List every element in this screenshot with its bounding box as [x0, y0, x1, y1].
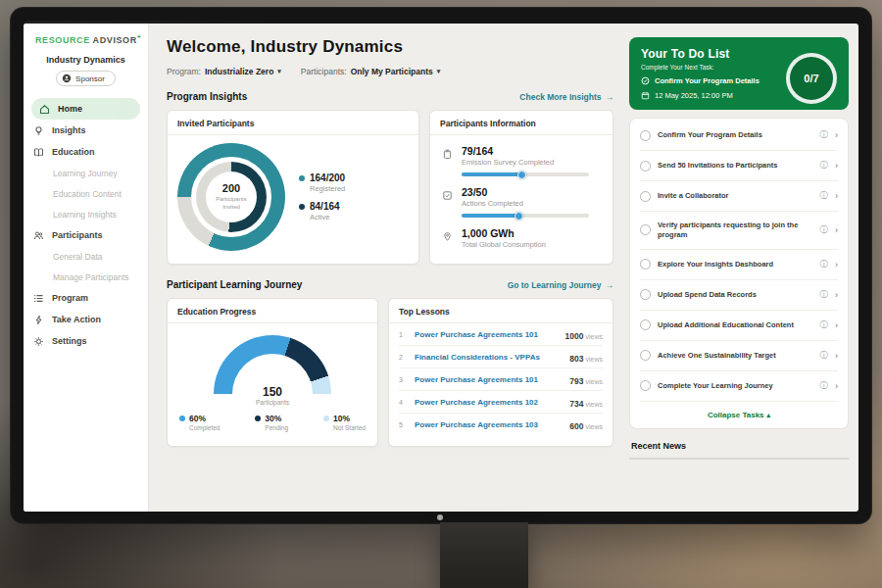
recent-news-header: Recent News	[629, 441, 849, 460]
sidebar-item-label: General Data	[53, 252, 103, 262]
lesson-row[interactable]: 2 Financial Considerations - VPPAs 803vi…	[399, 346, 603, 368]
program-select[interactable]: Industrialize Zero ▾	[205, 67, 281, 76]
task-checkbox[interactable]	[640, 224, 651, 235]
chevron-right-icon[interactable]: ›	[835, 260, 838, 270]
legend-value: 10%	[333, 414, 366, 423]
chevron-right-icon[interactable]: ›	[835, 320, 838, 330]
legend-item: 164/200 Registered	[299, 172, 345, 193]
sidebar-item-label: Settings	[52, 336, 87, 346]
sidebar-item-settings[interactable]: Settings	[24, 330, 148, 352]
check-badge-icon	[641, 76, 650, 85]
link-label: Go to Learning Journey	[508, 280, 602, 290]
task-checkbox[interactable]	[640, 130, 651, 141]
legend-item: 30% Pending	[255, 414, 288, 431]
lesson-link[interactable]: Financial Considerations - VPPAs	[415, 353, 562, 362]
lesson-row[interactable]: 5 Power Purchase Agreements 103 600views	[399, 414, 603, 435]
chevron-right-icon[interactable]: ›	[835, 130, 838, 140]
invited-legend: 164/200 Registered 84/164 Active	[299, 165, 345, 229]
actions-progress-bar	[462, 214, 589, 218]
chevron-right-icon[interactable]: ›	[835, 161, 838, 171]
info-icon[interactable]: ⓘ	[820, 289, 829, 301]
info-icon[interactable]: ⓘ	[820, 380, 829, 392]
lesson-link[interactable]: Power Purchase Agreements 103	[415, 420, 562, 429]
task-row[interactable]: Upload Additional Educational Content ⓘ …	[640, 311, 838, 341]
check-more-insights-link[interactable]: Check More Insights →	[519, 92, 613, 102]
task-row[interactable]: Upload Spend Data Records ⓘ ›	[640, 280, 838, 311]
sidebar-item-general-data[interactable]: General Data	[24, 246, 148, 267]
recent-news-label: Recent News	[631, 441, 686, 451]
task-checkbox[interactable]	[640, 380, 651, 391]
task-label: Upload Spend Data Records	[658, 290, 813, 300]
card-title: Participants Information	[430, 111, 612, 135]
chevron-right-icon[interactable]: ›	[835, 225, 838, 235]
lesson-rank: 5	[399, 421, 407, 428]
task-checkbox[interactable]	[640, 350, 651, 361]
task-row[interactable]: Invite a Collaborator ⓘ ›	[640, 181, 838, 212]
info-icon[interactable]: ⓘ	[820, 190, 829, 202]
pending-dot-icon	[255, 416, 261, 421]
chevron-right-icon[interactable]: ›	[835, 381, 838, 391]
chevron-right-icon[interactable]: ›	[835, 290, 838, 300]
main-content: Welcome, Industry Dynamics Program: Indu…	[149, 24, 625, 512]
people-icon	[33, 229, 45, 241]
task-checkbox[interactable]	[640, 161, 651, 172]
task-checkbox[interactable]	[640, 259, 651, 270]
education-gauge-chart: 150 Participants	[212, 335, 333, 400]
sidebar-item-label: Learning Insights	[53, 210, 117, 220]
chevron-right-icon[interactable]: ›	[835, 191, 838, 201]
task-checkbox[interactable]	[640, 191, 651, 202]
info-icon[interactable]: ⓘ	[820, 259, 829, 270]
lesson-row[interactable]: 4 Power Purchase Agreements 102 734views	[399, 391, 603, 414]
info-icon[interactable]: ⓘ	[820, 129, 829, 141]
lesson-row[interactable]: 1 Power Purchase Agreements 101 1000view…	[399, 323, 603, 346]
chevron-right-icon[interactable]: ›	[835, 351, 838, 361]
sidebar-item-participants[interactable]: Participants	[24, 224, 148, 246]
lesson-views: 734	[569, 399, 583, 409]
sidebar-item-learning-insights[interactable]: Learning Insights	[24, 204, 148, 224]
collapse-tasks-button[interactable]: Collapse Tasks▴	[640, 402, 838, 426]
sidebar-item-take-action[interactable]: Take Action	[24, 309, 148, 330]
sponsor-badge[interactable]: Sponsor	[56, 71, 116, 86]
dashboard-screen: RESOURCE ADVISOR+ Industry Dynamics Spon…	[24, 24, 858, 512]
task-row[interactable]: Verify participants requesting to join t…	[640, 212, 838, 250]
lesson-link[interactable]: Power Purchase Agreements 102	[415, 398, 562, 407]
card-title: Invited Participants	[168, 111, 418, 135]
lesson-link[interactable]: Power Purchase Agreements 101	[415, 330, 558, 339]
sidebar-item-manage-participants[interactable]: Manage Participants	[24, 267, 148, 287]
task-checkbox[interactable]	[640, 289, 651, 300]
task-row[interactable]: Confirm Your Program Details ⓘ ›	[640, 121, 838, 151]
info-icon[interactable]: ⓘ	[820, 224, 829, 236]
todo-progress-ring: 0/7	[786, 53, 837, 104]
sidebar-item-program[interactable]: Program	[24, 287, 148, 309]
lesson-row[interactable]: 3 Power Purchase Agreements 101 793views	[399, 368, 603, 391]
sidebar-item-education-content[interactable]: Education Content	[24, 183, 148, 204]
lesson-link[interactable]: Power Purchase Agreements 101	[415, 375, 562, 384]
book-icon	[33, 146, 45, 158]
todo-next-task[interactable]: Confirm Your Program Details	[641, 76, 768, 85]
participants-select[interactable]: Only My Participants ▾	[351, 67, 441, 76]
info-icon[interactable]: ⓘ	[820, 350, 829, 362]
task-row[interactable]: Achieve One Sustainability Target ⓘ ›	[640, 341, 838, 371]
stat-global-consumption: 1,000 GWh Total Global Consumption	[442, 227, 601, 249]
info-icon[interactable]: ⓘ	[820, 160, 829, 172]
logo-primary: RESOURCE	[35, 35, 90, 45]
task-label: Upload Additional Educational Content	[658, 320, 813, 330]
card-title: Top Lessons	[389, 299, 612, 323]
task-row[interactable]: Send 50 Invitations to Participants ⓘ ›	[640, 151, 838, 181]
task-checkbox[interactable]	[640, 319, 651, 330]
sidebar-item-home[interactable]: Home	[31, 98, 140, 120]
participants-select-value: Only My Participants	[351, 67, 433, 76]
todo-due-label: 12 May 2025, 12:00 PM	[655, 91, 733, 100]
sidebar-item-education[interactable]: Education	[24, 141, 148, 163]
sidebar-item-insights[interactable]: Insights	[24, 120, 148, 141]
task-row[interactable]: Complete Your Learning Journey ⓘ ›	[640, 371, 838, 402]
top-lessons-card: Top Lessons 1 Power Purchase Agreements …	[388, 298, 613, 447]
legend-value: 84/164	[310, 201, 340, 212]
go-to-learning-journey-link[interactable]: Go to Learning Journey →	[508, 280, 613, 290]
lesson-views: 793	[569, 376, 583, 386]
sidebar-item-learning-journey[interactable]: Learning Journey	[24, 163, 148, 183]
gauge-center-label: Participants	[212, 399, 333, 406]
task-row[interactable]: Explore Your Insights Dashboard ⓘ ›	[640, 250, 838, 280]
info-icon[interactable]: ⓘ	[820, 319, 829, 331]
invited-participants-card: Invited Participants 200 Participants In…	[167, 110, 419, 265]
